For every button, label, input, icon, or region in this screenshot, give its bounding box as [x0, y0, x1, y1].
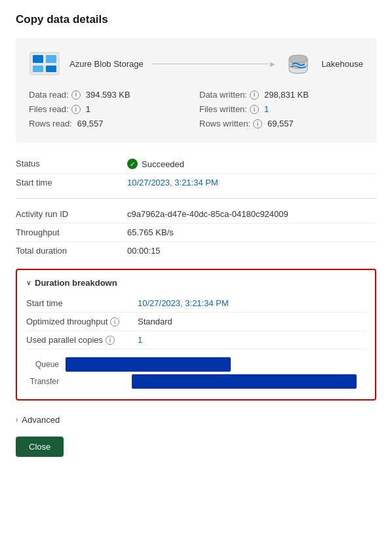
rows-read-value: 69,557	[77, 117, 104, 131]
status-label: Status	[16, 159, 121, 168]
start-time-label: Start time	[16, 178, 121, 187]
dest-icon	[284, 50, 312, 77]
throughput-value: 65.765 KB/s	[127, 227, 376, 237]
data-written-value: 298,831 KB	[264, 88, 309, 102]
close-button[interactable]: Close	[16, 437, 64, 457]
svg-rect-2	[46, 55, 56, 63]
files-written-label: Files written:	[199, 102, 247, 117]
files-read-info-icon[interactable]: i	[71, 105, 81, 114]
activity-run-id-row: Activity run ID c9a7962a-d47e-40dc-85ca-…	[16, 205, 376, 224]
svg-rect-4	[46, 66, 56, 72]
total-duration-value: 00:00:15	[127, 246, 376, 256]
flow-arrow	[153, 60, 276, 68]
start-time-value: 10/27/2023, 3:21:34 PM	[127, 178, 376, 187]
start-time-row: Start time 10/27/2023, 3:21:34 PM	[16, 174, 376, 191]
source-icon	[29, 51, 60, 76]
files-written-row: Files written: i 1	[199, 102, 363, 117]
optimized-throughput-info-icon[interactable]: i	[110, 317, 119, 326]
breakdown-start-time-row: Start time 10/27/2023, 3:21:34 PM	[26, 294, 366, 313]
data-read-value: 394.593 KB	[86, 88, 130, 102]
parallel-copies-value: 1	[138, 335, 366, 345]
data-read-row: Data read: i 394.593 KB	[29, 88, 193, 102]
rows-written-label: Rows written:	[199, 117, 250, 131]
files-written-value[interactable]: 1	[264, 102, 269, 117]
advanced-section[interactable]: › Advanced	[16, 410, 376, 430]
status-row: Status ✓ Succeeded	[16, 155, 376, 174]
files-read-label: Files read:	[29, 102, 69, 117]
activity-run-id-label: Activity run ID	[16, 209, 121, 219]
copy-summary-box: Azure Blob Storage Lakehouse Data read: …	[16, 38, 376, 143]
optimized-throughput-label: Optimized throughput i	[26, 317, 131, 326]
files-read-row: Files read: i 1	[29, 102, 193, 117]
files-read-value: 1	[86, 102, 90, 117]
parallel-copies-label: Used parallel copies i	[26, 335, 131, 345]
rows-read-row: Rows read: 69,557	[29, 117, 193, 131]
transfer-bar-container	[66, 374, 366, 389]
stats-grid: Data read: i 394.593 KB Files read: i 1 …	[29, 88, 363, 131]
run-details-section: Activity run ID c9a7962a-d47e-40dc-85ca-…	[16, 205, 376, 260]
breakdown-title: Duration breakdown	[35, 278, 117, 288]
chevron-down-icon: ∨	[26, 279, 31, 286]
stats-left: Data read: i 394.593 KB Files read: i 1 …	[29, 88, 193, 131]
chevron-right-icon: ›	[16, 416, 18, 423]
transfer-bar-row: Transfer	[26, 374, 366, 389]
breakdown-start-time-value: 10/27/2023, 3:21:34 PM	[138, 298, 366, 308]
data-read-label: Data read:	[29, 88, 69, 102]
total-duration-label: Total duration	[16, 246, 121, 256]
queue-bar-fill	[66, 357, 231, 372]
breakdown-header[interactable]: ∨ Duration breakdown	[26, 278, 366, 288]
status-text: Succeeded	[142, 159, 184, 169]
data-read-info-icon[interactable]: i	[71, 90, 81, 100]
copy-flow: Azure Blob Storage Lakehouse	[29, 50, 363, 77]
parallel-copies-info-icon[interactable]: i	[106, 336, 115, 345]
throughput-row: Throughput 65.765 KB/s	[16, 224, 376, 242]
advanced-label: Advanced	[22, 415, 60, 425]
bar-chart: Queue Transfer	[26, 357, 366, 389]
status-section: Status ✓ Succeeded Start time 10/27/2023…	[16, 155, 376, 191]
transfer-bar-label: Transfer	[26, 377, 66, 386]
rows-written-info-icon[interactable]: i	[253, 119, 262, 128]
breakdown-start-time-label: Start time	[26, 298, 131, 308]
total-duration-row: Total duration 00:00:15	[16, 242, 376, 260]
parallel-copies-row: Used parallel copies i 1	[26, 331, 366, 349]
throughput-label: Throughput	[16, 227, 121, 237]
dest-label: Lakehouse	[321, 59, 363, 69]
divider-1	[16, 198, 376, 199]
activity-run-id-value: c9a7962a-d47e-40dc-85ca-04180c924009	[127, 209, 376, 219]
optimized-throughput-row: Optimized throughput i Standard	[26, 313, 366, 331]
page-title: Copy data details	[16, 13, 376, 26]
rows-written-row: Rows written: i 69,557	[199, 117, 363, 131]
status-value: ✓ Succeeded	[127, 159, 376, 169]
queue-bar-container	[66, 357, 366, 372]
data-written-label: Data written:	[199, 88, 247, 102]
duration-breakdown-box: ∨ Duration breakdown Start time 10/27/20…	[16, 269, 376, 401]
data-written-info-icon[interactable]: i	[250, 90, 259, 100]
queue-bar-row: Queue	[26, 357, 366, 372]
transfer-bar-fill	[132, 374, 357, 389]
status-succeeded: ✓ Succeeded	[127, 159, 376, 169]
svg-rect-3	[33, 66, 43, 72]
source-label: Azure Blob Storage	[69, 59, 144, 69]
svg-rect-1	[33, 55, 43, 63]
rows-read-label: Rows read:	[29, 117, 72, 131]
queue-bar-label: Queue	[26, 360, 66, 369]
files-written-info-icon[interactable]: i	[250, 105, 259, 114]
optimized-throughput-value: Standard	[138, 317, 366, 326]
check-icon: ✓	[127, 159, 138, 169]
data-written-row: Data written: i 298,831 KB	[199, 88, 363, 102]
stats-right: Data written: i 298,831 KB Files written…	[199, 88, 363, 131]
rows-written-value: 69,557	[267, 117, 294, 131]
